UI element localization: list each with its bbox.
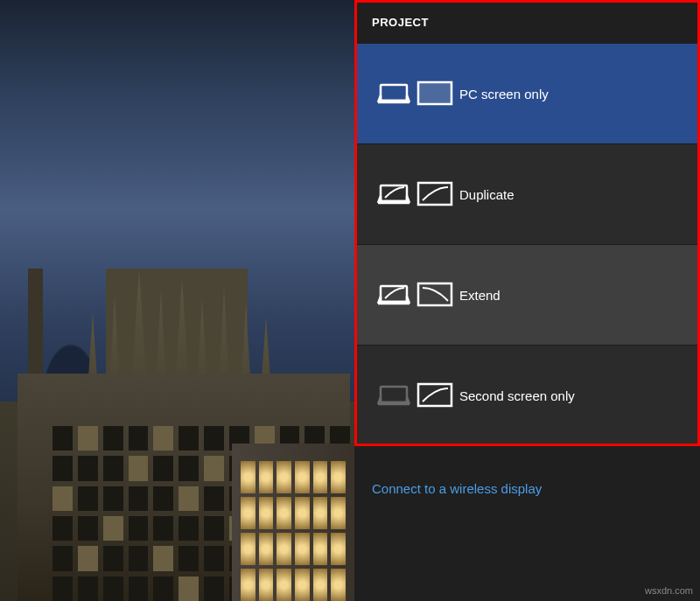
option-label: Duplicate: [459, 187, 514, 202]
option-label: Extend: [459, 288, 500, 303]
svg-rect-2: [418, 82, 452, 104]
svg-rect-5: [418, 183, 452, 205]
second-screen-only-icon: [376, 378, 459, 413]
desktop-wallpaper: [0, 0, 354, 601]
project-option-duplicate[interactable]: Duplicate: [354, 144, 700, 245]
svg-rect-9: [381, 387, 407, 402]
duplicate-icon: [376, 177, 459, 212]
svg-rect-8: [418, 283, 452, 305]
project-panel: PROJECT PC screen only: [354, 0, 700, 601]
panel-title: PROJECT: [372, 16, 429, 29]
project-option-pc-screen-only[interactable]: PC screen only: [354, 44, 700, 144]
wallpaper-building: [0, 269, 354, 601]
project-option-extend[interactable]: Extend: [354, 245, 700, 346]
pc-screen-only-icon: [376, 76, 459, 111]
svg-rect-0: [381, 85, 407, 101]
svg-rect-11: [418, 384, 452, 406]
connect-wireless-display-link[interactable]: Connect to a wireless display: [372, 481, 542, 496]
watermark: wsxdn.com: [645, 585, 693, 596]
project-option-second-screen-only[interactable]: Second screen only: [354, 346, 700, 446]
panel-header: PROJECT: [354, 0, 700, 44]
option-label: PC screen only: [459, 87, 549, 101]
option-label: Second screen only: [459, 388, 575, 403]
extend-icon: [376, 277, 459, 312]
